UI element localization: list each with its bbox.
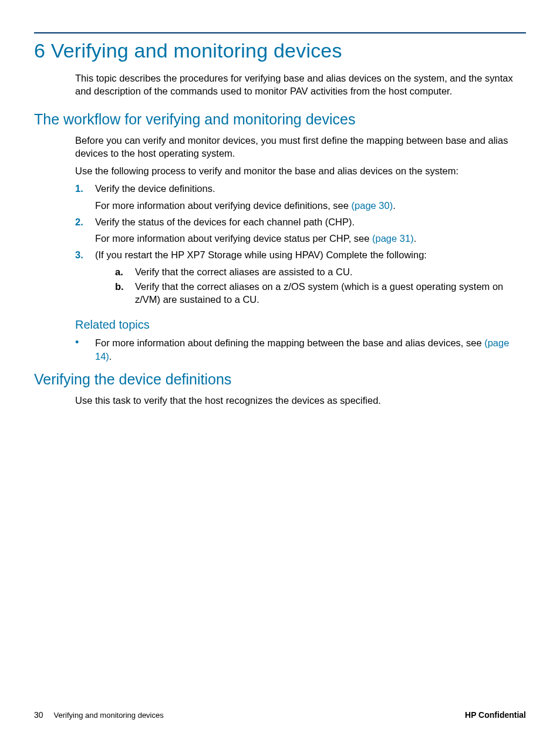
workflow-steps: 1. Verify the device definitions. For mo… [75,182,526,308]
step-marker: 3. [75,248,95,308]
step-content: Verify the device definitions. For more … [95,182,526,212]
bullet-icon: • [75,336,95,363]
related-item: • For more information about defining th… [75,336,526,363]
section-workflow-title: The workflow for verifying and monitorin… [34,111,526,128]
step-followup: For more information about verifying dev… [95,232,526,245]
substep-text: Verify that the correct aliases are assi… [135,265,526,278]
related-list: • For more information about defining th… [75,336,526,363]
step-text: Verify the device definitions. [95,183,215,194]
substep-b: b. Verify that the correct aliases on a … [115,280,526,306]
step-text: (If you restart the HP XP7 Storage while… [95,249,427,260]
related-content: For more information about defining the … [95,336,526,363]
followup-pre: For more information about verifying dev… [95,233,372,244]
substep-a: a. Verify that the correct aliases are a… [115,265,526,278]
step-content: Verify the status of the devices for eac… [95,215,526,245]
step-marker: 1. [75,182,95,212]
related-pre: For more information about defining the … [95,337,484,348]
step-content: (If you restart the HP XP7 Storage while… [95,248,526,308]
step-1: 1. Verify the device definitions. For mo… [75,182,526,212]
related-topics-title: Related topics [75,318,526,332]
step-2: 2. Verify the status of the devices for … [75,215,526,245]
substeps: a. Verify that the correct aliases are a… [115,265,526,306]
verify-p1: Use this task to verify that the host re… [75,394,526,407]
page-footer: 30 Verifying and monitoring devices HP C… [34,710,526,720]
section-verify-title: Verifying the device definitions [34,371,526,388]
step-text: Verify the status of the devices for eac… [95,217,355,227]
footer-title: Verifying and monitoring devices [54,711,164,720]
footer-confidential: HP Confidential [465,710,526,720]
workflow-p2: Use the following process to verify and … [75,164,526,177]
followup-post: . [414,233,417,244]
page-number: 30 [34,710,43,720]
chapter-title: 6 Verifying and monitoring devices [34,39,526,62]
step-followup: For more information about verifying dev… [95,199,526,212]
footer-left: 30 Verifying and monitoring devices [34,710,164,720]
followup-pre: For more information about verifying dev… [95,200,352,211]
substep-marker: b. [115,280,135,306]
page-link[interactable]: (page 31) [372,233,414,244]
followup-post: . [393,200,396,211]
substep-marker: a. [115,265,135,278]
substep-text: Verify that the correct aliases on a z/O… [135,280,526,306]
step-marker: 2. [75,215,95,245]
page-link[interactable]: (page 30) [352,200,393,211]
workflow-p1: Before you can verify and monitor device… [75,134,526,160]
chapter-intro: This topic describes the procedures for … [75,72,526,98]
top-rule [34,32,526,33]
step-3: 3. (If you restart the HP XP7 Storage wh… [75,248,526,308]
related-post: . [109,351,112,362]
